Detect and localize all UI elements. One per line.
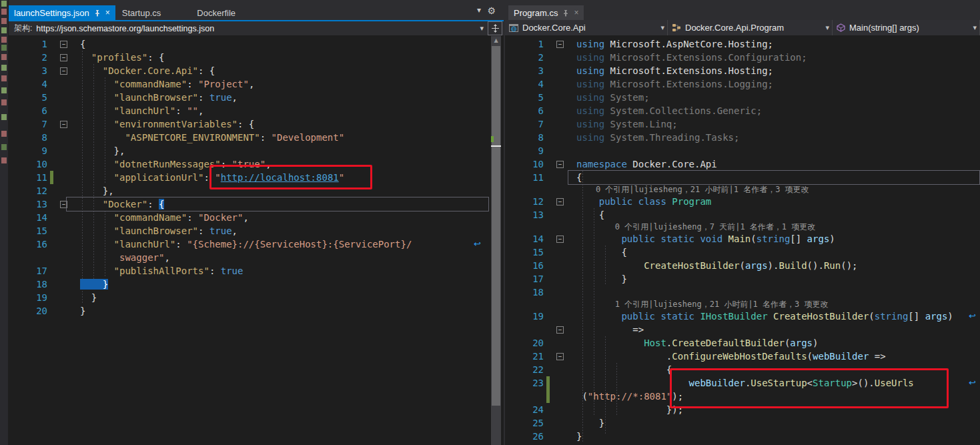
code-line[interactable]: 16 "launchUrl": "{Scheme}://{ServiceHost… [9,238,504,251]
fold-collapse-icon[interactable]: − [60,41,67,48]
fold-margin [55,91,75,104]
change-gutter [544,91,551,104]
fold-collapse-icon[interactable]: − [556,326,564,334]
code-line[interactable]: − => [505,323,980,336]
code-line[interactable]: 20} [9,304,504,318]
code-line[interactable]: 3− "Docker.Core.Api": { [9,64,504,77]
code-line[interactable]: 7using System.Linq; [505,117,980,131]
code-line[interactable]: 11 "applicationUrl": "http://localhost:8… [9,171,504,184]
code-line[interactable]: 19 public static IHostBuilder CreateHost… [505,310,980,323]
code-line[interactable]: 7− "environmentVariables": { [9,117,504,131]
code-line[interactable]: 23 webBuilder.UseStartup<Startup>().UseU… [505,376,980,390]
code-line[interactable]: 10 "dotnetRunMessages": "true", [9,157,504,171]
scrollbar-up-arrow-icon[interactable]: ▲ [491,36,501,45]
code-line[interactable]: 6using System.Collections.Generic; [505,104,980,117]
code-line[interactable]: 9 [505,144,980,157]
code-line[interactable]: 14 "commandName": "Docker", [9,211,504,224]
code-line[interactable]: 2using Microsoft.Extensions.Configuratio… [505,51,980,64]
fold-collapse-icon[interactable]: − [556,353,564,360]
member-dropdown[interactable]: Main(string[] args) ▾ [833,20,980,35]
codelens-row[interactable]: 0 个引用|lujiesheng，7 天前|1 名作者，1 项更改 [505,221,980,232]
code-line[interactable]: 17 } [505,272,980,286]
code-line[interactable]: 19 } [9,291,504,304]
pin-icon[interactable] [94,9,101,17]
code-line[interactable]: 20 Host.CreateDefaultBuilder(args) [505,336,980,350]
code-line[interactable]: 6 "launchUrl": "", [9,104,504,117]
csharp-editor[interactable]: 1−using Microsoft.AspNetCore.Hosting;2us… [505,36,980,445]
code-line[interactable]: 9 }, [9,144,504,157]
codelens-text[interactable]: 0 个引用|lujiesheng，7 天前|1 名作者，1 项更改 [571,221,815,232]
line-number [505,323,544,336]
codelens-row[interactable]: 1 个引用|lujiesheng，21 小时前|1 名作者，3 项更改 [505,299,980,310]
code-line[interactable]: 14− public static void Main(string[] arg… [505,232,980,246]
scrollbar-thumb[interactable] [492,46,500,406]
document-options-gear-icon[interactable]: ⚙ [487,5,496,16]
code-line[interactable]: ("http://*:8081"); [505,390,980,403]
codelens-text[interactable]: 0 个引用|lujiesheng，21 小时前|1 名作者，3 项更改 [571,184,809,195]
fold-collapse-icon[interactable]: − [556,198,564,205]
code-line[interactable]: 21− .ConfigureWebHostDefaults(webBuilder… [505,350,980,363]
fold-collapse-icon[interactable]: − [60,201,67,208]
code-text: "launchUrl": "", [75,104,203,117]
left-edge-annotation-strip [0,0,9,445]
fold-collapse-icon[interactable]: − [60,54,67,61]
pin-icon[interactable] [562,9,569,17]
project-dropdown[interactable]: Docker.Core.Api ▾ [505,20,668,35]
code-line[interactable]: 17 "publishAllPorts": true [9,264,504,278]
code-line[interactable]: 8using System.Threading.Tasks; [505,131,980,144]
code-text: "publishAllPorts": true [75,264,243,278]
schema-url-combobox[interactable]: https://json.schemastore.org/launchsetti… [36,22,488,35]
change-gutter [544,376,551,390]
line-number: 9 [9,144,47,157]
json-editor[interactable]: 1−{2− "profiles": {3− "Docker.Core.Api":… [9,36,504,445]
code-line[interactable]: 12− public class Program [505,195,980,208]
code-line[interactable]: 8 "ASPNETCORE_ENVIRONMENT": "Development… [9,131,504,144]
fold-margin [551,416,571,430]
fold-collapse-icon[interactable]: − [60,67,67,75]
code-line[interactable]: 18 } [9,278,504,291]
code-line[interactable]: 16 CreateHostBuilder(args).Build().Run()… [505,259,980,272]
chevron-down-icon[interactable]: ▾ [480,24,484,33]
code-line[interactable]: 15 "launchBrowser": true, [9,224,504,238]
tab-dockerfile[interactable]: Dockerfile [191,5,241,20]
close-icon[interactable]: × [574,8,578,17]
change-gutter [47,291,55,304]
code-line[interactable]: 4 "commandName": "Project", [9,77,504,91]
fold-collapse-icon[interactable]: − [60,121,67,128]
code-line[interactable]: swagger", [9,251,504,264]
split-window-button[interactable] [488,21,502,35]
vertical-scrollbar[interactable]: ▲ [491,36,501,445]
chevron-down-icon: ▾ [820,23,829,32]
line-number: 8 [9,131,47,144]
code-line[interactable]: 26} [505,430,980,443]
type-dropdown[interactable]: Docker.Core.Api.Program ▾ [668,20,833,35]
code-line[interactable]: 15 { [505,246,980,259]
code-line[interactable]: 3using Microsoft.Extensions.Hosting; [505,64,980,77]
code-line[interactable]: 11{ [505,171,980,184]
codelens-row[interactable]: 0 个引用|lujiesheng，21 小时前|1 名作者，3 项更改 [505,184,980,195]
code-line[interactable]: 13− "Docker": { [9,197,504,211]
code-line[interactable]: 1−using Microsoft.AspNetCore.Hosting; [505,37,980,51]
code-line[interactable]: 10−namespace Docker.Core.Api [505,157,980,171]
fold-collapse-icon[interactable]: − [556,161,564,168]
tab-launchsettings-json[interactable]: launchSettings.json × [9,5,115,20]
code-line[interactable]: 5 "launchBrowser": true, [9,91,504,104]
tab-program-cs[interactable]: Program.cs × [508,5,584,20]
code-line[interactable]: 5using System; [505,91,980,104]
code-line[interactable]: 12 }, [9,184,504,197]
code-line[interactable]: 13 { [505,208,980,221]
fold-collapse-icon[interactable]: − [556,236,564,243]
code-line[interactable]: 22 { [505,363,980,376]
fold-collapse-icon[interactable]: − [556,41,564,48]
codelens-text[interactable]: 1 个引用|lujiesheng，21 小时前|1 名作者，3 项更改 [571,299,829,310]
code-line[interactable]: 25 } [505,416,980,430]
code-line[interactable]: 18 [505,286,980,299]
code-line[interactable]: 24 }); [505,403,980,416]
tab-list-chevron-icon[interactable]: ▾ [477,5,481,15]
code-text: } [75,304,85,318]
tab-startup-cs[interactable]: Startup.cs [117,5,167,20]
code-line[interactable]: 1−{ [9,37,504,51]
close-icon[interactable]: × [105,8,110,17]
code-line[interactable]: 4using Microsoft.Extensions.Logging; [505,77,980,91]
code-line[interactable]: 2− "profiles": { [9,51,504,64]
